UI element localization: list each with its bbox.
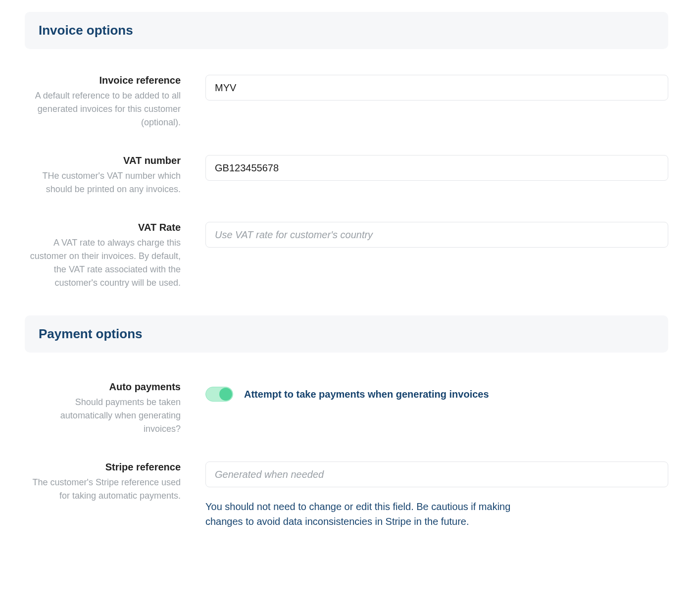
auto-payments-toggle[interactable] <box>205 387 233 402</box>
stripe-reference-row: Stripe reference The customer's Stripe r… <box>25 462 668 529</box>
invoice-reference-label: Invoice reference <box>25 75 181 86</box>
auto-payments-toggle-label: Attempt to take payments when generating… <box>244 389 489 400</box>
auto-payments-label: Auto payments <box>25 381 181 393</box>
vat-number-input[interactable] <box>205 155 668 181</box>
vat-number-label: VAT number <box>25 155 181 166</box>
auto-payments-hint: Should payments be taken automatically w… <box>60 397 181 434</box>
vat-rate-hint: A VAT rate to always charge this custome… <box>30 238 181 288</box>
auto-payments-row: Auto payments Should payments be taken a… <box>25 381 668 436</box>
invoice-options-header: Invoice options <box>25 12 668 49</box>
stripe-reference-hint: The customer's Stripe reference used for… <box>32 477 181 501</box>
vat-rate-select[interactable]: Use VAT rate for customer's country <box>205 222 668 248</box>
invoice-reference-input[interactable] <box>205 75 668 101</box>
stripe-reference-note: You should not need to change or edit th… <box>205 499 542 529</box>
stripe-reference-label: Stripe reference <box>25 462 181 473</box>
stripe-reference-input[interactable] <box>205 462 668 487</box>
vat-number-hint: THe customer's VAT number which should b… <box>42 171 181 194</box>
payment-options-header: Payment options <box>25 315 668 353</box>
vat-rate-row: VAT Rate A VAT rate to always charge thi… <box>25 222 668 290</box>
vat-number-row: VAT number THe customer's VAT number whi… <box>25 155 668 196</box>
payment-options-title: Payment options <box>39 326 654 342</box>
vat-rate-label: VAT Rate <box>25 222 181 233</box>
invoice-options-title: Invoice options <box>39 23 654 38</box>
invoice-reference-row: Invoice reference A default reference to… <box>25 75 668 129</box>
invoice-reference-hint: A default reference to be added to all g… <box>35 91 181 127</box>
